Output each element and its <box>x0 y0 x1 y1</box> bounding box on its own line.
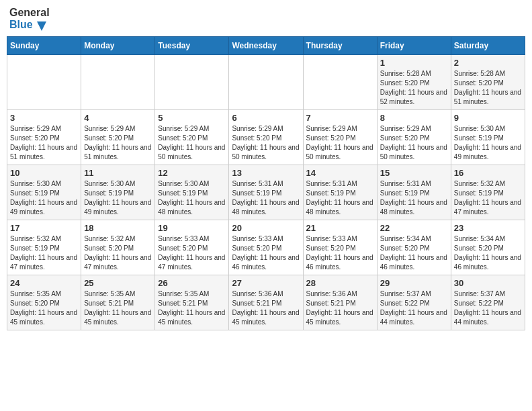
calendar-cell: 10Sunrise: 5:30 AM Sunset: 5:19 PM Dayli… <box>7 165 81 220</box>
calendar-cell: 15Sunrise: 5:31 AM Sunset: 5:19 PM Dayli… <box>377 165 451 220</box>
calendar-cell: 19Sunrise: 5:33 AM Sunset: 5:20 PM Dayli… <box>155 220 229 275</box>
day-info: Sunrise: 5:33 AM Sunset: 5:20 PM Dayligh… <box>306 234 374 272</box>
calendar-week-5: 24Sunrise: 5:35 AM Sunset: 5:20 PM Dayli… <box>7 275 525 330</box>
logo-general: General <box>9 7 50 19</box>
day-info: Sunrise: 5:28 AM Sunset: 5:20 PM Dayligh… <box>454 69 522 107</box>
svg-marker-0 <box>37 21 46 31</box>
day-header-monday: Monday <box>81 36 155 54</box>
day-info: Sunrise: 5:29 AM Sunset: 5:20 PM Dayligh… <box>10 124 78 162</box>
day-info: Sunrise: 5:29 AM Sunset: 5:20 PM Dayligh… <box>380 124 448 162</box>
day-number: 6 <box>232 113 300 123</box>
day-info: Sunrise: 5:36 AM Sunset: 5:21 PM Dayligh… <box>232 289 300 327</box>
day-number: 29 <box>380 278 448 288</box>
day-info: Sunrise: 5:33 AM Sunset: 5:20 PM Dayligh… <box>232 234 300 272</box>
calendar-week-1: 1Sunrise: 5:28 AM Sunset: 5:20 PM Daylig… <box>7 54 525 109</box>
day-number: 20 <box>232 223 300 233</box>
calendar-cell: 5Sunrise: 5:29 AM Sunset: 5:20 PM Daylig… <box>155 109 229 165</box>
calendar-cell <box>155 54 229 109</box>
calendar-cell: 24Sunrise: 5:35 AM Sunset: 5:20 PM Dayli… <box>7 275 81 330</box>
day-info: Sunrise: 5:32 AM Sunset: 5:19 PM Dayligh… <box>454 179 522 217</box>
day-number: 15 <box>380 168 448 178</box>
day-number: 5 <box>158 113 226 123</box>
day-info: Sunrise: 5:30 AM Sunset: 5:19 PM Dayligh… <box>454 124 522 162</box>
day-info: Sunrise: 5:31 AM Sunset: 5:19 PM Dayligh… <box>232 179 300 217</box>
calendar-cell: 7Sunrise: 5:29 AM Sunset: 5:20 PM Daylig… <box>303 109 377 165</box>
calendar-cell: 17Sunrise: 5:32 AM Sunset: 5:19 PM Dayli… <box>7 220 81 275</box>
day-info: Sunrise: 5:34 AM Sunset: 5:20 PM Dayligh… <box>454 234 522 272</box>
day-number: 12 <box>158 168 226 178</box>
day-info: Sunrise: 5:29 AM Sunset: 5:20 PM Dayligh… <box>84 124 152 162</box>
day-header-friday: Friday <box>377 36 451 54</box>
calendar-cell: 13Sunrise: 5:31 AM Sunset: 5:19 PM Dayli… <box>229 165 303 220</box>
day-header-saturday: Saturday <box>451 36 525 54</box>
day-info: Sunrise: 5:35 AM Sunset: 5:21 PM Dayligh… <box>84 289 152 327</box>
day-number: 3 <box>10 113 78 123</box>
day-info: Sunrise: 5:30 AM Sunset: 5:19 PM Dayligh… <box>158 179 226 217</box>
calendar-cell: 9Sunrise: 5:30 AM Sunset: 5:19 PM Daylig… <box>451 109 525 165</box>
logo-blue: Blue <box>9 19 50 31</box>
calendar-cell: 4Sunrise: 5:29 AM Sunset: 5:20 PM Daylig… <box>81 109 155 165</box>
calendar-cell: 14Sunrise: 5:31 AM Sunset: 5:19 PM Dayli… <box>303 165 377 220</box>
calendar-cell: 28Sunrise: 5:36 AM Sunset: 5:21 PM Dayli… <box>303 275 377 330</box>
day-info: Sunrise: 5:29 AM Sunset: 5:20 PM Dayligh… <box>232 124 300 162</box>
calendar-cell: 12Sunrise: 5:30 AM Sunset: 5:19 PM Dayli… <box>155 165 229 220</box>
calendar-cell: 8Sunrise: 5:29 AM Sunset: 5:20 PM Daylig… <box>377 109 451 165</box>
day-number: 24 <box>10 278 78 288</box>
day-info: Sunrise: 5:31 AM Sunset: 5:19 PM Dayligh… <box>380 179 448 217</box>
calendar-cell: 26Sunrise: 5:35 AM Sunset: 5:21 PM Dayli… <box>155 275 229 330</box>
calendar-cell <box>303 54 377 109</box>
day-info: Sunrise: 5:36 AM Sunset: 5:21 PM Dayligh… <box>306 289 374 327</box>
day-number: 25 <box>84 278 152 288</box>
day-info: Sunrise: 5:32 AM Sunset: 5:20 PM Dayligh… <box>84 234 152 272</box>
day-info: Sunrise: 5:30 AM Sunset: 5:19 PM Dayligh… <box>84 179 152 217</box>
day-number: 8 <box>380 113 448 123</box>
calendar-cell: 25Sunrise: 5:35 AM Sunset: 5:21 PM Dayli… <box>81 275 155 330</box>
calendar-cell: 22Sunrise: 5:34 AM Sunset: 5:20 PM Dayli… <box>377 220 451 275</box>
day-number: 10 <box>10 168 78 178</box>
day-number: 2 <box>454 58 522 68</box>
calendar-week-3: 10Sunrise: 5:30 AM Sunset: 5:19 PM Dayli… <box>7 165 525 220</box>
day-info: Sunrise: 5:35 AM Sunset: 5:20 PM Dayligh… <box>10 289 78 327</box>
day-number: 1 <box>380 58 448 68</box>
calendar-cell: 18Sunrise: 5:32 AM Sunset: 5:20 PM Dayli… <box>81 220 155 275</box>
day-info: Sunrise: 5:37 AM Sunset: 5:22 PM Dayligh… <box>454 289 522 327</box>
day-number: 4 <box>84 113 152 123</box>
day-info: Sunrise: 5:34 AM Sunset: 5:20 PM Dayligh… <box>380 234 448 272</box>
day-number: 13 <box>232 168 300 178</box>
day-number: 17 <box>10 223 78 233</box>
day-number: 28 <box>306 278 374 288</box>
day-number: 30 <box>454 278 522 288</box>
calendar-cell <box>229 54 303 109</box>
day-info: Sunrise: 5:32 AM Sunset: 5:19 PM Dayligh… <box>10 234 78 272</box>
day-number: 7 <box>306 113 374 123</box>
day-info: Sunrise: 5:35 AM Sunset: 5:21 PM Dayligh… <box>158 289 226 327</box>
day-info: Sunrise: 5:29 AM Sunset: 5:20 PM Dayligh… <box>306 124 374 162</box>
day-header-sunday: Sunday <box>7 36 81 54</box>
day-info: Sunrise: 5:28 AM Sunset: 5:20 PM Dayligh… <box>380 69 448 107</box>
calendar-cell: 3Sunrise: 5:29 AM Sunset: 5:20 PM Daylig… <box>7 109 81 165</box>
day-number: 11 <box>84 168 152 178</box>
day-number: 26 <box>158 278 226 288</box>
calendar-cell: 1Sunrise: 5:28 AM Sunset: 5:20 PM Daylig… <box>377 54 451 109</box>
logo: General Blue <box>9 7 50 31</box>
calendar-week-2: 3Sunrise: 5:29 AM Sunset: 5:20 PM Daylig… <box>7 109 525 165</box>
day-number: 14 <box>306 168 374 178</box>
calendar-cell: 6Sunrise: 5:29 AM Sunset: 5:20 PM Daylig… <box>229 109 303 165</box>
calendar-cell <box>81 54 155 109</box>
calendar-cell: 30Sunrise: 5:37 AM Sunset: 5:22 PM Dayli… <box>451 275 525 330</box>
day-info: Sunrise: 5:30 AM Sunset: 5:19 PM Dayligh… <box>10 179 78 217</box>
calendar-table: SundayMondayTuesdayWednesdayThursdayFrid… <box>7 36 525 330</box>
calendar-cell: 2Sunrise: 5:28 AM Sunset: 5:20 PM Daylig… <box>451 54 525 109</box>
day-info: Sunrise: 5:33 AM Sunset: 5:20 PM Dayligh… <box>158 234 226 272</box>
calendar-cell: 20Sunrise: 5:33 AM Sunset: 5:20 PM Dayli… <box>229 220 303 275</box>
calendar-cell: 23Sunrise: 5:34 AM Sunset: 5:20 PM Dayli… <box>451 220 525 275</box>
day-info: Sunrise: 5:31 AM Sunset: 5:19 PM Dayligh… <box>306 179 374 217</box>
day-header-thursday: Thursday <box>303 36 377 54</box>
day-number: 9 <box>454 113 522 123</box>
calendar-cell: 21Sunrise: 5:33 AM Sunset: 5:20 PM Dayli… <box>303 220 377 275</box>
day-header-tuesday: Tuesday <box>155 36 229 54</box>
calendar-cell: 27Sunrise: 5:36 AM Sunset: 5:21 PM Dayli… <box>229 275 303 330</box>
calendar-cell: 29Sunrise: 5:37 AM Sunset: 5:22 PM Dayli… <box>377 275 451 330</box>
day-number: 27 <box>232 278 300 288</box>
day-number: 16 <box>454 168 522 178</box>
